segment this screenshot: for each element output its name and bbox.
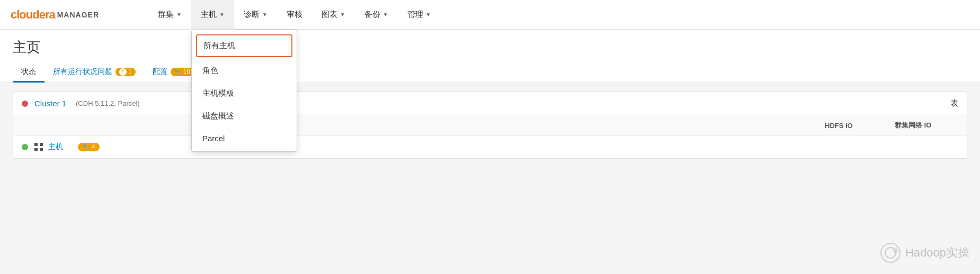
dropdown-item-parcel[interactable]: Parcel [192,127,297,149]
table-header-row: HDFS IO 群集网络 IO [13,115,967,136]
config-section: 🔧 4 [78,143,100,151]
cluster-table: Cluster 1 (CDH 5.11.2, Parcel) 表 HDFS IO… [13,92,967,159]
page-title: 主页 [13,38,967,57]
config-badge: 🔧 10 [171,68,194,76]
hdfs-col-header: HDFS IO [825,122,888,130]
watermark-text: Hadoop实操 [905,245,969,261]
nav-item-host[interactable]: 主机 ▼ 所有主机 角色 主机模板 磁盘概述 Parcel [191,0,234,30]
nav-item-cluster[interactable]: 群集 ▼ [148,0,191,30]
dropdown-item-disk-overview[interactable]: 磁盘概述 [192,105,297,127]
nav-label-cluster: 群集 [158,10,174,20]
nav-items: 群集 ▼ 主机 ▼ 所有主机 角色 主机模板 磁盘概述 Parcel 诊断 ▼ … [148,0,440,29]
nav-item-diagnose[interactable]: 诊断 ▼ [234,0,277,30]
svg-point-6 [893,248,898,253]
chart-label: 表 [950,98,958,108]
network-col-header: 群集网络 IO [895,121,958,130]
tab-bar: 状态 所有运行状况问题 ! 1 配置 🔧 10 ▼ [13,63,967,83]
tab-health-label: 所有运行状况问题 [53,67,112,77]
dropdown-item-roles[interactable]: 角色 [192,59,297,82]
grid-icon [34,143,43,151]
nav-label-host: 主机 [201,10,217,20]
chevron-down-icon-backup: ▼ [383,12,388,17]
wrench-icon-hosts: 🔧 [82,143,90,151]
host-dropdown-menu: 所有主机 角色 主机模板 磁盘概述 Parcel [191,30,297,152]
watermark-icon [880,242,901,263]
config-badge-count: 10 [183,68,190,76]
cluster-version: (CDH 5.11.2, Parcel) [76,99,140,107]
health-issues-badge: ! 1 [115,68,136,76]
wrench-icon: 🔧 [174,69,182,76]
logo-area: cloudera MANAGER [11,8,127,22]
tab-status[interactable]: 状态 [13,63,44,83]
logo-text: cloudera [11,8,55,21]
svg-rect-1 [40,143,43,146]
page-title-bar: 主页 状态 所有运行状况问题 ! 1 配置 🔧 10 ▼ [0,30,980,83]
svg-rect-0 [34,143,38,146]
tab-status-label: 状态 [21,67,36,77]
chevron-down-icon-chart: ▼ [340,12,345,17]
nav-item-manage[interactable]: 管理 ▼ [398,0,441,30]
chevron-down-icon-manage: ▼ [426,12,431,17]
chevron-down-icon-host: ▼ [219,12,225,17]
nav-label-diagnose: 诊断 [244,10,260,20]
hosts-label[interactable]: 主机 [48,142,63,152]
tab-health-issues[interactable]: 所有运行状况问题 ! 1 [44,63,144,83]
tab-config-label: 配置 [153,67,167,77]
content-section: Cluster 1 (CDH 5.11.2, Parcel) 表 HDFS IO… [0,83,980,167]
dropdown-item-all-hosts[interactable]: 所有主机 [196,34,292,57]
navbar: cloudera MANAGER 群集 ▼ 主机 ▼ 所有主机 角色 主机模板 … [0,0,980,30]
cluster-header-row: Cluster 1 (CDH 5.11.2, Parcel) 表 [13,92,967,115]
nav-item-backup[interactable]: 备份 ▼ [355,0,398,30]
nav-label-audit: 审核 [287,10,302,20]
nav-label-manage: 管理 [407,10,423,20]
chevron-down-icon: ▼ [176,12,182,17]
nav-item-chart[interactable]: 图表 ▼ [312,0,355,30]
warning-icon: ! [119,68,127,76]
watermark: Hadoop实操 [880,242,969,263]
hosts-section: 主机 [34,142,63,152]
nav-label-backup: 备份 [364,10,380,20]
dropdown-item-host-template[interactable]: 主机模板 [192,82,297,105]
config-count: 4 [92,143,95,151]
chevron-down-icon-diagnose: ▼ [262,12,268,17]
health-badge-count: 1 [128,68,132,76]
cluster-status-dot [22,101,28,107]
nav-label-chart: 图表 [322,10,337,20]
config-badge-hosts: 🔧 4 [78,143,100,151]
svg-rect-2 [34,148,38,151]
cluster-name[interactable]: Cluster 1 [34,99,66,108]
hosts-row: 主机 🔧 4 [13,136,967,158]
logo-cloudera: cloudera [11,8,55,22]
hosts-status-dot [22,144,28,150]
nav-item-audit[interactable]: 审核 [277,0,312,30]
svg-rect-3 [40,148,43,151]
logo-manager: MANAGER [57,11,99,19]
